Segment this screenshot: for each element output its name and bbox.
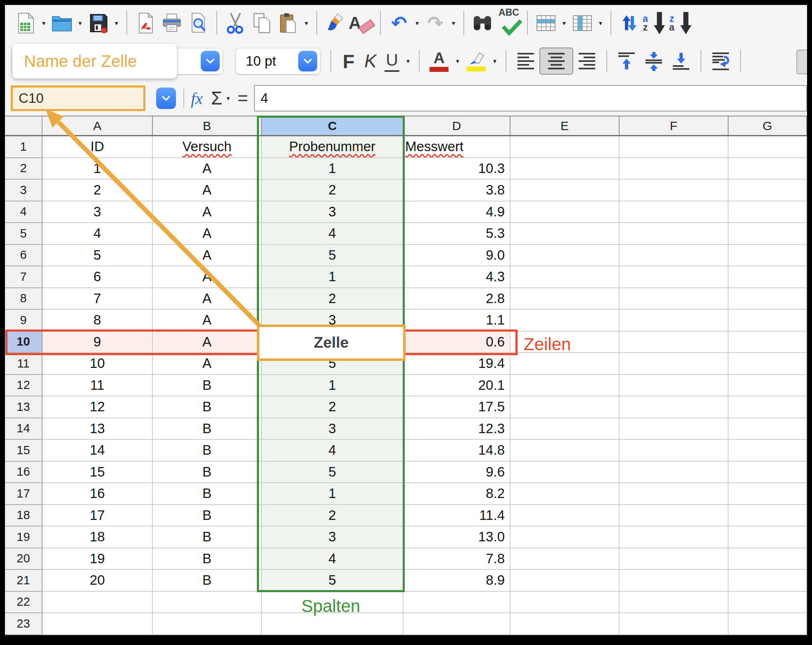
cell-A9[interactable]: 8 <box>43 310 153 332</box>
cell-C6[interactable]: 5 <box>262 245 404 267</box>
cell-D13[interactable]: 17.5 <box>404 396 510 418</box>
cell-F4[interactable] <box>620 202 729 223</box>
cell-C23[interactable] <box>262 613 404 635</box>
formula-input[interactable]: 4 <box>254 85 807 111</box>
row-header-20[interactable]: 20 <box>5 548 43 570</box>
cell-D8[interactable]: 2.8 <box>404 288 510 310</box>
cell-G20[interactable] <box>729 548 807 570</box>
cell-C9[interactable]: 3 <box>262 310 404 332</box>
cell-G14[interactable] <box>729 418 807 440</box>
cell-E11[interactable] <box>510 353 620 375</box>
cell-B11[interactable]: A <box>153 353 262 375</box>
cell-D12[interactable]: 20.1 <box>404 375 510 397</box>
cell-D7[interactable]: 4.3 <box>404 266 510 288</box>
cell-C19[interactable]: 3 <box>262 526 404 548</box>
cell-G23[interactable] <box>729 613 807 635</box>
cell-B4[interactable]: A <box>153 202 262 223</box>
cell-F7[interactable] <box>620 266 729 288</box>
name-box-dropdown[interactable] <box>156 88 176 109</box>
row-header-14[interactable]: 14 <box>5 418 43 440</box>
cell-D2[interactable]: 10.3 <box>404 158 510 180</box>
highlight-color-button[interactable] <box>463 45 490 77</box>
cell-C4[interactable]: 3 <box>262 202 404 223</box>
open-dropdown[interactable]: ▼ <box>75 20 85 26</box>
insert-row-button[interactable] <box>533 7 559 39</box>
cell-C21[interactable]: 5 <box>262 570 404 592</box>
cell-A19[interactable]: 18 <box>43 526 153 548</box>
paste-dropdown[interactable]: ▼ <box>302 20 311 26</box>
sheet-corner[interactable] <box>5 116 43 135</box>
cell-B5[interactable]: A <box>153 223 262 245</box>
cell-C2[interactable]: 1 <box>262 158 404 180</box>
cut-button[interactable] <box>222 7 249 39</box>
font-name-dropdown[interactable] <box>201 51 220 71</box>
cell-F20[interactable] <box>620 548 729 570</box>
clear-formatting-button[interactable]: A <box>349 7 375 39</box>
cell-F11[interactable] <box>620 353 729 375</box>
cell-B23[interactable] <box>153 613 262 635</box>
cell-E9[interactable] <box>510 310 620 332</box>
cell-E17[interactable] <box>510 483 620 505</box>
cell-D1[interactable]: Messwert <box>404 136 510 158</box>
cell-D9[interactable]: 1.1 <box>404 310 510 332</box>
cell-A15[interactable]: 14 <box>43 440 153 462</box>
cell-A3[interactable]: 2 <box>43 180 153 202</box>
row-header-10[interactable]: 10 <box>5 332 43 353</box>
cell-A14[interactable]: 13 <box>43 418 153 440</box>
row-header-17[interactable]: 17 <box>5 483 43 505</box>
redo-button[interactable]: ↷ <box>422 7 449 39</box>
cell-E3[interactable] <box>510 180 620 202</box>
cell-G15[interactable] <box>729 440 807 462</box>
cell-B12[interactable]: B <box>153 375 262 397</box>
cell-E4[interactable] <box>510 202 620 223</box>
cell-D19[interactable]: 13.0 <box>404 526 510 548</box>
print-preview-button[interactable] <box>185 7 211 39</box>
cell-D4[interactable]: 4.9 <box>404 202 510 223</box>
highlight-color-dropdown[interactable]: ▼ <box>490 58 500 64</box>
cell-G16[interactable] <box>729 462 807 484</box>
bold-button[interactable]: F <box>337 45 360 77</box>
save-button[interactable] <box>85 7 112 39</box>
cell-F1[interactable] <box>620 136 729 158</box>
copy-button[interactable] <box>249 7 275 39</box>
cell-C10[interactable]: 4 <box>262 332 404 353</box>
cell-C11[interactable]: 5 <box>262 353 404 375</box>
open-button[interactable] <box>49 7 75 39</box>
cell-E15[interactable] <box>510 440 620 462</box>
column-header-C[interactable]: C <box>262 116 404 135</box>
cell-C16[interactable]: 5 <box>262 462 404 484</box>
cell-F14[interactable] <box>620 418 729 440</box>
cell-C7[interactable]: 1 <box>262 266 404 288</box>
column-header-F[interactable]: F <box>620 116 729 135</box>
column-header-A[interactable]: A <box>43 116 153 135</box>
cell-A16[interactable]: 15 <box>43 462 153 484</box>
column-header-B[interactable]: B <box>153 116 262 135</box>
cell-C12[interactable]: 1 <box>262 375 404 397</box>
row-header-16[interactable]: 16 <box>5 462 43 484</box>
cell-B7[interactable]: A <box>153 266 262 288</box>
cell-A18[interactable]: 17 <box>43 505 153 527</box>
export-pdf-button[interactable] <box>132 7 159 39</box>
cell-D16[interactable]: 9.6 <box>404 462 510 484</box>
insert-column-dropdown[interactable]: ▼ <box>596 20 605 26</box>
cell-F16[interactable] <box>620 462 729 484</box>
cell-E13[interactable] <box>510 396 620 418</box>
cell-F2[interactable] <box>620 158 729 180</box>
row-header-23[interactable]: 23 <box>5 613 43 635</box>
cell-B17[interactable]: B <box>153 483 262 505</box>
find-replace-button[interactable] <box>469 7 496 39</box>
cell-D14[interactable]: 12.3 <box>404 418 510 440</box>
cell-D21[interactable]: 8.9 <box>404 570 510 592</box>
cell-F10[interactable] <box>620 332 729 353</box>
row-header-18[interactable]: 18 <box>5 505 43 527</box>
row-header-15[interactable]: 15 <box>5 440 43 462</box>
sum-button[interactable]: Σ <box>211 88 222 109</box>
align-bottom-button[interactable] <box>667 45 695 77</box>
cell-G22[interactable] <box>729 592 807 614</box>
cell-E19[interactable] <box>510 526 620 548</box>
undo-dropdown[interactable]: ▼ <box>412 20 422 26</box>
cell-G3[interactable] <box>729 180 807 202</box>
cell-G13[interactable] <box>729 396 807 418</box>
cell-B21[interactable]: B <box>153 570 262 592</box>
cell-C8[interactable]: 2 <box>262 288 404 310</box>
